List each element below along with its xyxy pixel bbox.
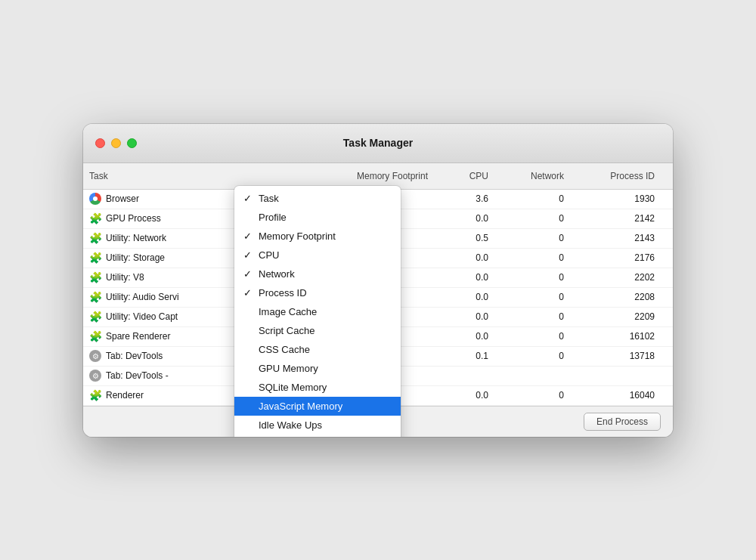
check-icon: ✓ [243,230,259,242]
network-cell: 0 [494,213,570,224]
cpu-cell: 0.0 [434,390,494,401]
menu-item-cpu[interactable]: ✓ CPU [234,246,401,265]
menu-item-idle-wake-ups[interactable]: Idle Wake Ups [234,416,401,435]
puzzle-icon: 🧩 [89,212,101,224]
titlebar: Task Manager [83,124,673,163]
menu-item-sqlite-memory[interactable]: SQLite Memory [234,378,401,397]
pid-cell: 1930 [570,193,661,204]
menu-item-javascript-memory[interactable]: JavaScript Memory [234,397,401,416]
svg-text:⚙: ⚙ [92,352,99,360]
pid-cell: 2176 [570,252,661,263]
menu-item-image-cache[interactable]: Image Cache [234,302,401,321]
cpu-cell: 0.1 [434,351,494,361]
cpu-cell: 0.0 [434,311,494,322]
header-scroll [661,168,673,184]
task-name: Browser [106,193,139,204]
menu-item-label: Profile [259,212,389,223]
header-task: Task [83,168,313,184]
network-cell: 0 [494,390,570,401]
maximize-button[interactable] [127,138,137,148]
header-pid: Process ID [570,168,661,184]
menu-item-file-descriptors[interactable]: File Descriptors [234,435,401,437]
network-cell: 0 [494,311,570,322]
network-cell: 0 [494,252,570,263]
task-name: Utility: V8 [106,272,144,283]
cpu-cell: 3.6 [434,193,494,204]
check-icon: ✓ [243,193,259,204]
menu-item-gpu-memory[interactable]: GPU Memory [234,359,401,378]
header-network: Network [494,168,570,184]
task-name: Spare Renderer [106,331,170,342]
menu-item-process-id[interactable]: ✓ Process ID [234,283,401,302]
task-manager-window: Task Manager Task Memory Footprint CPU N… [83,124,673,437]
network-cell: 0 [494,233,570,243]
menu-item-memory-footprint[interactable]: ✓ Memory Footprint [234,227,401,246]
devtools-icon: ⚙ [89,370,101,382]
menu-item-label: CPU [259,249,389,261]
menu-item-network[interactable]: ✓ Network [234,265,401,283]
pid-cell: 2143 [570,233,661,243]
svg-text:⚙: ⚙ [92,372,99,380]
task-name: Utility: Video Capt [106,311,178,322]
task-name: GPU Process [106,213,161,224]
task-name: Tab: DevTools [106,351,163,361]
task-name: Renderer [106,390,144,401]
menu-item-label: Idle Wake Ups [259,419,389,431]
menu-item-label: JavaScript Memory [259,401,389,412]
menu-item-label: Task [259,193,389,204]
task-name: Utility: Network [106,233,166,243]
header-cpu: CPU [434,168,494,184]
cpu-cell: 0.0 [434,252,494,263]
menu-item-label: Memory Footprint [259,230,389,242]
context-menu-overlay: ✓ Task Profile ✓ Memory Footprint ✓ CPU [234,186,401,437]
end-process-button[interactable]: End Process [584,413,661,431]
puzzle-icon: 🧩 [89,311,101,323]
menu-item-label: SQLite Memory [259,382,389,393]
menu-item-script-cache[interactable]: Script Cache [234,321,401,340]
network-cell: 0 [494,351,570,361]
pid-cell: 16040 [570,390,661,401]
puzzle-icon: 🧩 [89,389,101,401]
puzzle-icon: 🧩 [89,232,101,244]
network-cell: 0 [494,272,570,283]
menu-item-profile[interactable]: Profile [234,208,401,227]
pid-cell: 13718 [570,351,661,361]
pid-cell: 2142 [570,213,661,224]
menu-item-label: CSS Cache [259,344,389,355]
menu-item-css-cache[interactable]: CSS Cache [234,340,401,359]
menu-item-label: Network [259,268,389,280]
check-icon: ✓ [243,249,259,261]
cpu-cell: 0.0 [434,292,494,302]
window-title: Task Manager [343,137,413,149]
cpu-cell: 0.0 [434,331,494,342]
traffic-lights [95,138,137,148]
devtools-icon: ⚙ [89,350,101,362]
chrome-icon [89,193,101,205]
column-dropdown-menu: ✓ Task Profile ✓ Memory Footprint ✓ CPU [234,186,401,437]
close-button[interactable] [95,138,105,148]
network-cell: 0 [494,193,570,204]
puzzle-icon: 🧩 [89,291,101,303]
pid-cell: 2202 [570,272,661,283]
menu-item-label: Image Cache [259,306,389,317]
cpu-cell: 0.0 [434,213,494,224]
cpu-cell: 0.0 [434,272,494,283]
task-name: Utility: Storage [106,252,165,263]
menu-item-label: Process ID [259,287,389,299]
minimize-button[interactable] [111,138,121,148]
check-icon: ✓ [243,268,259,280]
pid-cell: 2208 [570,292,661,302]
header-memory: Memory Footprint [313,168,434,184]
task-name: Tab: DevTools - [106,370,169,381]
pid-cell: 16102 [570,331,661,342]
cpu-cell: 0.5 [434,233,494,243]
task-name: Utility: Audio Servi [106,292,179,302]
puzzle-icon: 🧩 [89,252,101,264]
puzzle-icon: 🧩 [89,271,101,283]
menu-item-task[interactable]: ✓ Task [234,189,401,208]
network-cell: 0 [494,331,570,342]
menu-item-label: GPU Memory [259,363,389,374]
puzzle-icon: 🧩 [89,330,101,342]
main-content: Task Memory Footprint CPU Network Proces… [83,163,673,406]
menu-item-label: Script Cache [259,325,389,336]
